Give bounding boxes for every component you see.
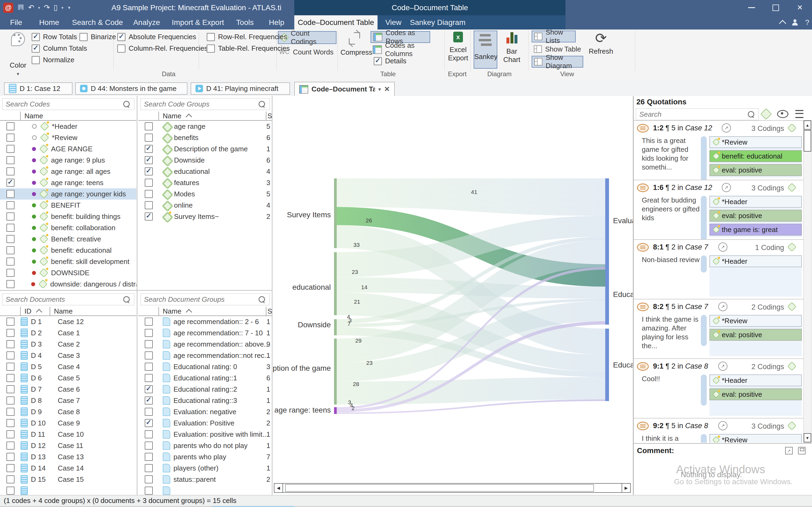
save-comment-icon[interactable] (798, 447, 806, 454)
document-groups-search-input[interactable] (141, 295, 259, 304)
document-row[interactable]: D 15Case 15 (0, 474, 137, 485)
menu-item-help[interactable]: Help (269, 15, 284, 30)
row-checkbox[interactable] (6, 487, 14, 495)
quotation-card[interactable]: 8:2 ¶ 5 in Case 7↗2 CodingsI think the g… (634, 299, 803, 359)
document-row[interactable]: D 3Case 2 (0, 339, 137, 350)
row-checkbox[interactable] (145, 408, 153, 416)
customize-toolbar-icon[interactable]: ▼ (67, 5, 71, 10)
code-row[interactable]: BENEFIT (0, 200, 137, 211)
undo-dropdown-icon[interactable]: ▾ (38, 5, 40, 10)
document-group-row[interactable]: Educational rating: 03 (138, 361, 272, 372)
row-checkbox[interactable] (6, 408, 14, 416)
row-checkbox[interactable] (145, 167, 153, 175)
document-group-row[interactable]: Educational rating::16 (138, 372, 272, 384)
row-checkbox[interactable] (6, 385, 14, 393)
document-group-row[interactable]: age recommendation:: 7 - 101 (138, 327, 272, 339)
quotation-card[interactable]: 9:1 ¶ 2 in Case 8↗2 CodingsCool!!*Header… (634, 358, 803, 418)
row-checkbox[interactable] (145, 430, 153, 438)
codes-as-columns-button[interactable]: Codes as Columns (373, 44, 443, 55)
checkbox-row-totals[interactable]: Row Totals (32, 33, 77, 41)
row-checkbox[interactable] (145, 453, 153, 461)
row-checkbox[interactable] (145, 145, 153, 153)
code-row[interactable]: age range: teens (0, 177, 137, 188)
row-checkbox[interactable] (6, 145, 14, 153)
quotation-code-bar[interactable]: *Review (709, 315, 802, 327)
checkbox-row-rel-frequencies[interactable]: Row-Rel. Frequencies (207, 33, 287, 41)
code-group-row[interactable]: age range5 (138, 121, 272, 132)
row-checkbox[interactable] (6, 442, 14, 450)
code-group-row[interactable]: educational4 (138, 166, 272, 177)
compress-button[interactable]: Compress (341, 32, 368, 57)
code-row[interactable]: age range: 9 plus (0, 155, 137, 166)
sankey-left-node[interactable] (334, 407, 337, 414)
code-groups-header[interactable]: Name S (138, 112, 272, 121)
code-row[interactable]: DOWNSIDE (0, 267, 137, 278)
code-group-row[interactable]: online4 (138, 200, 272, 211)
menu-item-analyze[interactable]: Analyze (133, 15, 160, 30)
quotation-code-bar[interactable]: eval: positive (709, 388, 802, 400)
row-checkbox[interactable] (145, 442, 153, 450)
window-dropdown-icon[interactable]: ▾ (61, 5, 64, 10)
document-group-row[interactable]: Evaluation: positive with limit...1 (138, 429, 272, 440)
scrollbar-thumb[interactable] (804, 130, 811, 152)
redo-icon[interactable]: ↷ (44, 4, 50, 11)
document-group-row[interactable]: parents who play7 (138, 451, 272, 462)
document-row[interactable]: D 7Case 6 (0, 384, 137, 395)
document-group-row[interactable]: status::parent2 (138, 474, 272, 485)
bar-chart-button[interactable]: Bar Chart (500, 32, 524, 64)
row-checkbox[interactable] (6, 419, 14, 427)
document-row[interactable]: D 13Case 13 (0, 451, 137, 462)
row-checkbox[interactable] (145, 351, 153, 359)
document-row[interactable]: D 1Case 12 (0, 316, 137, 327)
row-checkbox[interactable] (6, 258, 14, 266)
row-checkbox[interactable] (6, 464, 14, 472)
row-checkbox[interactable] (6, 133, 14, 142)
documents-header[interactable]: ID Name (0, 307, 137, 316)
row-checkbox[interactable] (145, 363, 153, 371)
document-groups-header[interactable]: Name S (138, 307, 272, 316)
quotation-code-bar[interactable]: *Review (709, 136, 802, 148)
row-checkbox[interactable] (6, 374, 14, 382)
scrollbar-thumb[interactable] (285, 484, 594, 492)
document-row[interactable]: D 8Case 7 (0, 395, 137, 406)
row-checkbox[interactable] (145, 133, 153, 142)
code-row[interactable]: age range: all ages (0, 166, 137, 177)
code-row[interactable]: age range: younger kids (0, 188, 137, 200)
row-checkbox[interactable] (6, 269, 14, 277)
checkbox-column-totals[interactable]: Column Totals (32, 44, 87, 53)
row-checkbox[interactable] (6, 156, 14, 164)
row-checkbox[interactable] (145, 419, 153, 427)
checkbox-absolute-frequencies[interactable]: Absolute Frequencies (117, 33, 196, 41)
document-row[interactable]: D 4Case 3 (0, 350, 137, 361)
quotation-card[interactable]: 8:1 ¶ 2 in Case 7↗1 CodingNon-biased rev… (634, 239, 803, 299)
document-row[interactable]: D 11Case 10 (0, 429, 137, 440)
quotation-card[interactable]: 1:2 ¶ 5 in Case 12↗3 CodingsThis is a gr… (634, 120, 803, 180)
quotation-card[interactable]: 1:6 ¶ 2 in Case 12↗3 CodingsGreat for bu… (634, 180, 803, 240)
row-checkbox[interactable] (6, 224, 14, 232)
code-row[interactable]: Benefit: creative (0, 233, 137, 245)
row-checkbox[interactable] (6, 213, 14, 221)
documents-search-input[interactable] (2, 295, 123, 304)
code-group-row[interactable]: Modes5 (138, 188, 272, 200)
quotation-code-bar[interactable]: *Header (709, 256, 802, 267)
save-icon[interactable]: 🖪 (17, 4, 24, 11)
row-checkbox[interactable] (6, 430, 14, 438)
close-button[interactable]: ✕ (788, 0, 812, 15)
row-checkbox[interactable] (6, 179, 14, 187)
user-account-icon[interactable] (792, 19, 798, 26)
row-checkbox[interactable] (6, 280, 14, 288)
sankey-horizontal-scrollbar[interactable]: ◄ ► (274, 483, 631, 493)
excel-export-button[interactable]: x Excel Export (446, 32, 470, 62)
open-comment-icon[interactable]: ↗ (785, 447, 793, 454)
open-quotation-icon[interactable]: ↗ (722, 183, 731, 192)
document-tab-2[interactable]: D 44: Monsters in the game (75, 82, 188, 95)
row-checkbox[interactable] (145, 487, 153, 495)
checkbox-binarize[interactable]: Binarize (80, 33, 116, 41)
document-row[interactable]: D 9Case 8 (0, 406, 137, 417)
window-menu-icon[interactable]: ▯ (54, 4, 58, 11)
row-checkbox[interactable] (145, 156, 153, 164)
quotation-code-bar[interactable]: eval: positive (709, 210, 802, 222)
sankey-left-node[interactable] (334, 252, 337, 315)
quotation-code-bar[interactable]: eval: positive (709, 164, 802, 176)
show-diagram-button[interactable]: Show Diagram (532, 56, 583, 68)
